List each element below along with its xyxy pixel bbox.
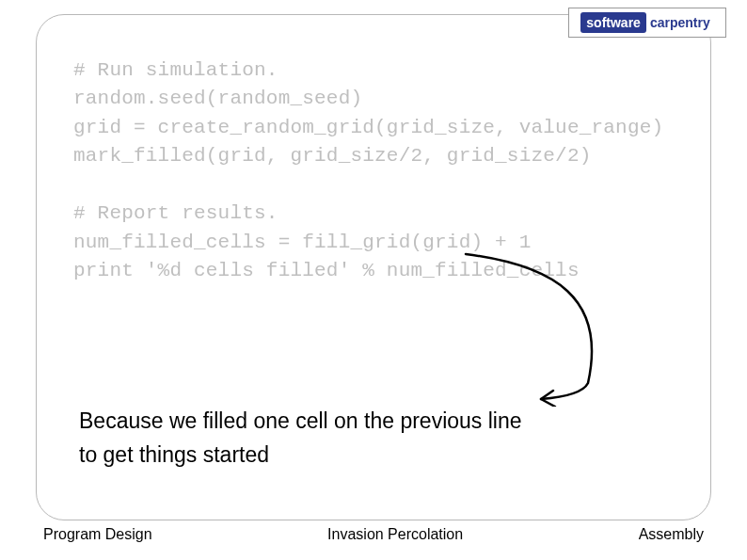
footer-center: Invasion Percolation — [327, 526, 463, 543]
code-line: print '%d cells filled' % num_filled_cel… — [73, 260, 580, 281]
footer-left: Program Design — [43, 526, 152, 543]
code-line: random.seed(random_seed) — [73, 88, 362, 109]
footer-right: Assembly — [639, 526, 704, 543]
slide-footer: Program Design Invasion Percolation Asse… — [0, 526, 747, 543]
code-line: # Report results. — [73, 202, 278, 224]
annotation-line: Because we filled one cell on the previo… — [79, 405, 522, 439]
code-line: num_filled_cells = fill_grid(grid) + 1 — [73, 232, 531, 253]
code-line: # Run simulation. — [73, 59, 278, 81]
annotation-line: to get things started — [79, 439, 522, 472]
logo-left: software — [580, 12, 646, 33]
logo-right: carpentry — [646, 12, 714, 33]
annotation-text: Because we filled one cell on the previo… — [79, 405, 522, 472]
code-line: grid = create_random_grid(grid_size, val… — [73, 117, 663, 138]
code-block: # Run simulation. random.seed(random_see… — [73, 56, 663, 286]
logo-main: software carpentry — [580, 12, 713, 33]
software-carpentry-logo: software carpentry — [568, 8, 726, 38]
code-line: mark_filled(grid, grid_size/2, grid_size… — [73, 145, 592, 167]
